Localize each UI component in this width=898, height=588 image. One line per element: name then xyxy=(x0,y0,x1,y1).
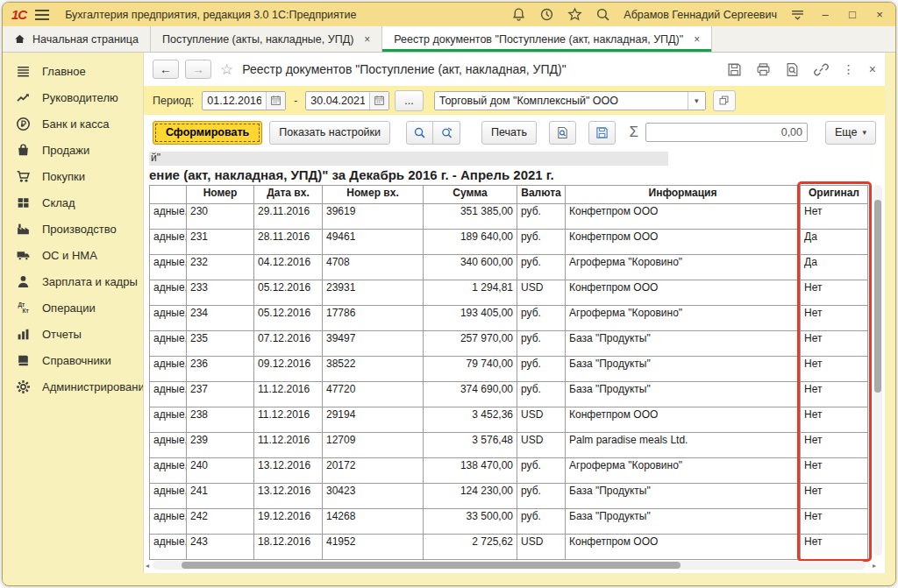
cell-currency[interactable]: руб. xyxy=(517,204,566,230)
cell-original[interactable]: Да xyxy=(801,230,868,255)
sum-input[interactable] xyxy=(646,124,807,141)
cell-number[interactable]: 238 xyxy=(187,407,254,433)
sidebar-item-sklad[interactable]: Склад xyxy=(3,189,143,216)
sidebar-item-os-i-nma[interactable]: ОС и НМА xyxy=(3,242,143,268)
cell-sum[interactable]: 193 405,00 xyxy=(424,306,517,331)
cell-number-in[interactable]: 4708 xyxy=(323,255,424,280)
cell-sum[interactable]: 3 576,48 xyxy=(424,433,517,458)
cell-original[interactable]: Нет xyxy=(801,204,868,230)
col-info[interactable]: Информация xyxy=(566,186,801,204)
sidebar-item-rukovoditelyu[interactable]: Руководителю xyxy=(3,84,143,110)
cell-number[interactable]: 233 xyxy=(187,280,254,306)
forward-button[interactable]: → xyxy=(185,60,211,79)
cell-date-in[interactable]: 05.12.2016 xyxy=(254,306,323,331)
cell-number-in[interactable]: 14268 xyxy=(323,509,424,535)
cell-number[interactable]: 242 xyxy=(187,509,254,535)
cell-info[interactable]: Конфетпром ООО xyxy=(566,204,801,230)
sidebar-item-prodazhi[interactable]: Продажи xyxy=(3,137,143,163)
cell-date-in[interactable]: 05.12.2016 xyxy=(254,280,323,306)
cell-info[interactable]: База "Продукты" xyxy=(566,382,801,407)
cell-sum[interactable]: 79 740,00 xyxy=(424,357,517,382)
cell-info[interactable]: База "Продукты" xyxy=(566,484,801,509)
cell-sum[interactable]: 3 452,36 xyxy=(424,407,517,433)
vertical-scrollbar[interactable] xyxy=(873,185,882,556)
cell-sum[interactable]: 33 500,00 xyxy=(424,509,517,535)
cell-number-in[interactable]: 30423 xyxy=(323,484,424,509)
notifications-bell-icon[interactable] xyxy=(511,7,526,22)
more-button[interactable]: Еще▾ xyxy=(825,121,876,145)
cell-sum[interactable]: 189 640,00 xyxy=(424,230,517,255)
get-link-icon[interactable] xyxy=(814,62,829,77)
cell-date-in[interactable]: 28.11.2016 xyxy=(254,230,323,255)
tab-postuplenie[interactable]: Поступление (акты, накладные, УПД) × xyxy=(151,26,382,52)
cell-sum[interactable]: 124 230,00 xyxy=(424,484,517,509)
more-actions-kebab-icon[interactable]: ⋮ xyxy=(843,62,855,76)
cell-original[interactable]: Нет xyxy=(801,357,868,382)
service-menu-icon[interactable] xyxy=(790,7,805,22)
cell-info[interactable]: База "Продукты" xyxy=(566,509,801,535)
cell-doctype[interactable]: адные, xyxy=(150,382,187,407)
cell-date-in[interactable]: 13.12.2016 xyxy=(254,458,323,484)
cell-info[interactable]: Конфетпром ООО xyxy=(566,407,801,433)
cell-sum[interactable]: 138 470,00 xyxy=(424,458,517,484)
cell-doctype[interactable]: адные, xyxy=(150,306,187,331)
cell-original[interactable]: Нет xyxy=(801,306,868,331)
sidebar-item-bank-i-kassa[interactable]: Банк и касса xyxy=(3,110,143,137)
cell-info[interactable]: Агроферма "Коровино" xyxy=(566,255,801,280)
cell-date-in[interactable]: 07.12.2016 xyxy=(254,331,323,357)
close-window-button[interactable]: × xyxy=(873,8,887,21)
cell-number-in[interactable]: 39619 xyxy=(323,204,424,230)
date-from-input[interactable] xyxy=(203,92,266,110)
cell-currency[interactable]: USD xyxy=(517,433,566,458)
cell-number[interactable]: 232 xyxy=(187,255,254,280)
favorites-star-icon[interactable] xyxy=(567,7,582,22)
cell-currency[interactable]: USD xyxy=(517,535,566,560)
cell-date-in[interactable]: 13.12.2016 xyxy=(254,484,323,509)
scroll-right-arrow-icon[interactable]: ▸ xyxy=(873,562,876,570)
calendar-icon[interactable] xyxy=(266,92,285,110)
tab-reestr[interactable]: Реестр документов "Поступление (акт, нак… xyxy=(382,26,712,52)
cell-info[interactable]: Агроферма "Коровино" xyxy=(566,458,801,484)
horizontal-scrollbar[interactable] xyxy=(153,561,866,570)
cell-doctype[interactable]: адные, xyxy=(150,331,187,357)
cell-currency[interactable]: руб. xyxy=(517,331,566,357)
cell-info[interactable]: Конфетпром ООО xyxy=(566,230,801,255)
cell-date-in[interactable]: 11.12.2016 xyxy=(254,407,323,433)
cell-original[interactable]: Нет xyxy=(801,280,868,306)
sidebar-item-otchety[interactable]: Отчеты xyxy=(3,321,143,347)
cell-date-in[interactable]: 29.11.2016 xyxy=(254,204,323,230)
sidebar-item-pokupki[interactable]: Покупки xyxy=(3,163,143,189)
cell-number-in[interactable]: 47720 xyxy=(323,382,424,407)
col-doctype[interactable] xyxy=(150,186,187,204)
col-date-in[interactable]: Дата вх. xyxy=(254,186,323,204)
cell-doctype[interactable]: адные, xyxy=(150,204,187,230)
tab-close-icon[interactable]: × xyxy=(364,33,370,46)
close-form-icon[interactable]: × xyxy=(869,62,876,76)
cell-number[interactable]: 241 xyxy=(187,484,254,509)
cell-number-in[interactable]: 49461 xyxy=(323,230,424,255)
cell-number[interactable]: 234 xyxy=(187,306,254,331)
cell-doctype[interactable]: адные, xyxy=(150,509,187,535)
cell-date-in[interactable]: 19.12.2016 xyxy=(254,509,323,535)
cell-doctype[interactable]: адные, xyxy=(150,255,187,280)
col-sum[interactable]: Сумма xyxy=(424,186,517,204)
cell-date-in[interactable]: 11.12.2016 xyxy=(254,382,323,407)
cell-number[interactable]: 237 xyxy=(187,382,254,407)
cell-doctype[interactable]: адные, xyxy=(150,280,187,306)
cell-date-in[interactable]: 04.12.2016 xyxy=(254,255,323,280)
chevron-down-icon[interactable]: ▾ xyxy=(688,92,705,110)
cell-original[interactable]: Нет xyxy=(801,433,868,458)
cell-doctype[interactable]: адные, xyxy=(150,458,187,484)
cell-info[interactable]: Palm paradise meals Ltd. xyxy=(566,433,801,458)
organization-input[interactable] xyxy=(435,92,688,110)
sidebar-item-operacii[interactable]: ДтКт Операции xyxy=(3,294,143,321)
cell-doctype[interactable]: адные, xyxy=(150,535,187,560)
find-icon[interactable] xyxy=(406,121,433,145)
cell-original[interactable]: Нет xyxy=(801,407,868,433)
cell-doctype[interactable]: адные, xyxy=(150,357,187,382)
cell-number[interactable]: 239 xyxy=(187,433,254,458)
cell-number-in[interactable]: 23931 xyxy=(323,280,424,306)
cell-info[interactable]: База "Продукты" xyxy=(566,331,801,357)
cell-number[interactable]: 231 xyxy=(187,230,254,255)
cell-sum[interactable]: 257 970,00 xyxy=(424,331,517,357)
